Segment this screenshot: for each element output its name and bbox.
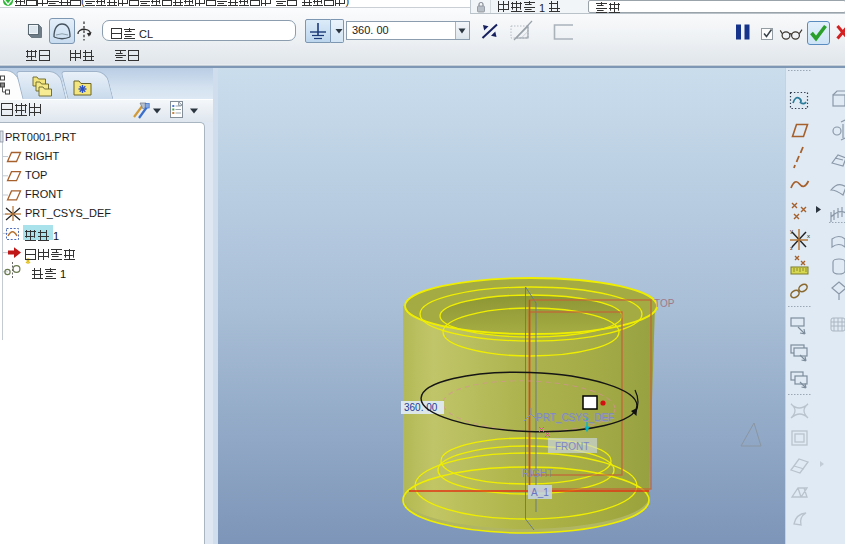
svg-text:TOP: TOP [654,298,675,309]
svg-text:FRONT: FRONT [555,441,589,452]
svg-text:360. 00: 360. 00 [404,402,438,413]
svg-text:RIGHT: RIGHT [522,468,553,479]
svg-text:y: y [790,228,793,234]
svg-text:x: x [807,233,810,239]
svg-text:PRT_CSYS_DEF: PRT_CSYS_DEF [536,412,614,423]
svg-text:z: z [790,245,793,251]
svg-text:A_1: A_1 [531,487,549,498]
